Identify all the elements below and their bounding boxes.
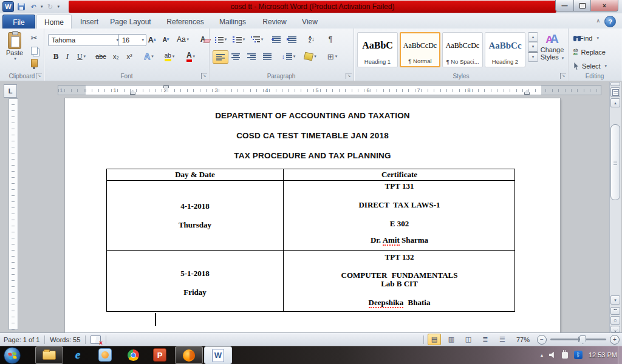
bullets-button[interactable]: ▾ [213,33,228,46]
paragraph-dialog-launcher[interactable]: ↘ [346,73,352,79]
full-screen-reading-button[interactable]: ▥ [445,334,458,345]
style-heading1[interactable]: AaBbC Heading 1 [357,32,398,67]
zoom-level[interactable]: 77% [516,336,530,343]
superscript-button[interactable]: x² [123,50,135,62]
word-count[interactable]: Words: 55 [50,336,80,343]
spellcheck-status-icon[interactable] [91,335,101,344]
replace-button[interactable]: abac Replace [573,47,606,57]
taskbar-firefox-button[interactable] [175,346,203,364]
zoom-out-button[interactable]: − [537,335,547,345]
italic-button[interactable]: I [63,50,72,62]
outline-view-button[interactable]: ≣ [479,334,492,345]
zoom-slider-thumb[interactable] [579,335,586,344]
bluetooth-icon[interactable]: ᛒ [574,351,583,359]
taskbar-clock[interactable]: 12:53 PM [589,351,617,359]
close-button[interactable]: × [591,0,618,12]
line-spacing-button[interactable]: ↕ ▾ [279,50,298,62]
format-painter-button[interactable] [28,58,40,69]
undo-dropdown-icon[interactable]: ▾ [41,4,43,9]
font-size-combo[interactable]: 16 ▾ [118,34,146,46]
restore-button[interactable] [574,0,591,12]
tab-stop-selector[interactable]: L [4,84,17,98]
font-color-button[interactable]: A▾ [182,50,200,62]
clipboard-dialog-launcher[interactable]: ↘ [36,73,42,79]
font-family-combo[interactable]: Tahoma ▾ [48,34,121,46]
shading-button[interactable]: ▾ [301,50,320,62]
tab-mailings[interactable]: Mailings [214,15,251,29]
tab-home[interactable]: Home [36,15,72,29]
change-case-button[interactable]: Aa▾ [174,33,191,46]
multilevel-list-button[interactable]: ▾ [249,33,265,46]
style-no-spacing[interactable]: AaBbCcDc ¶ No Spaci... [442,32,483,67]
underline-button[interactable]: U▾ [73,50,89,62]
show-hidden-icons-button[interactable]: ▴ [541,352,543,358]
minimize-button[interactable]: — [555,0,574,12]
word-logo-icon[interactable]: W [2,1,14,12]
browse-object-button[interactable]: ○ [610,316,620,325]
styles-scroll-up-button[interactable]: ▴ [528,32,538,42]
taskbar-powerpoint-button[interactable]: P [152,348,167,362]
tab-view[interactable]: View [296,15,323,29]
increase-indent-button[interactable] [285,33,299,46]
numbering-button[interactable]: ▾ [231,33,247,46]
minimize-ribbon-icon[interactable]: ∧ [596,18,600,24]
zoom-in-button[interactable]: + [610,335,620,345]
highlight-button[interactable]: ab▾ [160,50,179,62]
draft-view-button[interactable]: ☰ [496,334,509,345]
style-normal[interactable]: AaBbCcDc ¶ Normal [400,32,440,67]
strikethrough-button[interactable]: abc [93,50,109,62]
zoom-slider[interactable] [550,339,606,340]
taskbar-chrome-button[interactable] [126,348,140,362]
volume-icon[interactable] [549,352,556,359]
styles-scroll-down-button[interactable]: ▾ [528,42,538,52]
next-page-button[interactable] [610,326,620,332]
taskbar-ie-button[interactable]: e [70,348,85,362]
customize-qat-button[interactable]: ▾ [58,4,60,9]
undo-button[interactable]: ↶ [29,2,38,12]
save-button[interactable] [16,2,26,12]
ruler-toggle-button[interactable] [610,87,620,97]
font-dialog-launcher[interactable]: ↘ [201,73,207,79]
select-button[interactable]: Select ▾ [573,61,607,71]
grow-font-button[interactable]: A▴ [145,33,159,46]
copy-button[interactable] [28,45,40,56]
web-layout-button[interactable]: ◫ [462,334,475,345]
split-handle[interactable] [610,82,620,86]
styles-dialog-launcher[interactable]: ↘ [560,73,566,79]
text-effects-button[interactable]: A▾ [140,50,157,62]
bold-button[interactable]: B [50,50,61,62]
scrollbar-thumb[interactable] [610,124,620,200]
tab-insert[interactable]: Insert [74,15,104,29]
print-layout-view-button[interactable]: ▤ [428,334,441,345]
taskbar-word-button[interactable]: W [204,346,232,364]
document-page[interactable]: DEPARTMENT OF ACCOUNTING AND TAXATION CO… [65,98,560,332]
find-button[interactable]: Find ▾ [573,33,599,43]
style-heading2[interactable]: AaBbCc Heading 2 [485,32,525,67]
tab-file[interactable]: File [2,15,35,29]
show-desktop-button[interactable] [618,346,622,364]
help-icon[interactable]: ? [604,16,616,27]
cut-button[interactable]: ✂ [28,32,40,43]
taskbar-explorer-button[interactable] [35,346,63,364]
subscript-button[interactable]: x₂ [110,50,122,62]
redo-button[interactable]: ↻ [46,2,55,12]
show-hide-pilcrow-button[interactable]: ¶ [324,33,337,46]
previous-page-button[interactable] [610,307,620,315]
page-count[interactable]: Page: 1 of 1 [4,336,39,343]
styles-more-button[interactable]: ▾ [528,52,538,62]
power-plug-icon[interactable] [562,352,568,359]
tab-review[interactable]: Review [259,15,290,29]
align-right-button[interactable] [244,50,259,62]
start-button[interactable] [4,347,21,364]
change-styles-button[interactable]: AA Change Styles ▾ [538,32,567,61]
decrease-indent-button[interactable] [270,33,283,46]
scroll-down-button[interactable]: ▾ [610,295,620,305]
scroll-up-button[interactable]: ▴ [610,98,620,107]
tab-page-layout[interactable]: Page Layout [107,15,154,29]
align-left-button[interactable] [213,50,228,64]
align-center-button[interactable] [228,50,243,62]
shrink-font-button[interactable]: A▾ [160,33,172,46]
taskbar-media-player-button[interactable] [98,348,112,362]
paste-button[interactable]: Paste ▾ [3,31,26,71]
tab-references[interactable]: References [163,15,208,29]
